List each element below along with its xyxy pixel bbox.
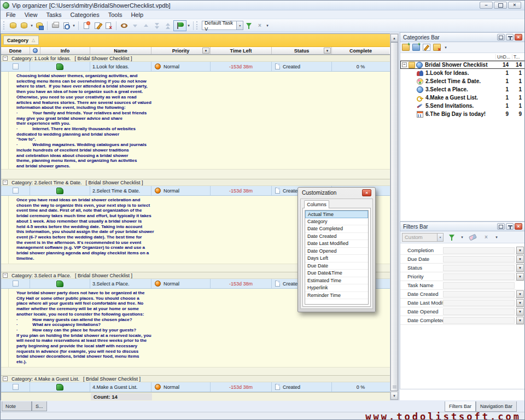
panel-close-button[interactable] — [515, 223, 522, 230]
menu-tools[interactable]: Tools — [104, 11, 127, 18]
new-category-button[interactable] — [402, 44, 410, 51]
panel-pin-button[interactable] — [506, 223, 514, 230]
tab-s[interactable]: S... — [32, 401, 47, 411]
collapse-icon[interactable] — [3, 56, 8, 61]
delete-category-button[interactable] — [433, 44, 441, 51]
scroll-thumb[interactable] — [390, 42, 398, 391]
list-item[interactable]: Reminder Time — [305, 292, 368, 300]
tree-root-checklist[interactable]: Bridal Shower Checklist 14 14 — [400, 61, 525, 69]
tree-item-category[interactable]: 4.Make a Guest List. 1 1 — [400, 94, 525, 102]
tree-item-category[interactable]: 5.Send Invitations. 1 1 — [400, 102, 525, 110]
chevron-down-icon[interactable]: ▾ — [30, 24, 34, 28]
list-item[interactable]: Category — [305, 218, 368, 226]
filter-dropdown-button[interactable]: ▼ — [516, 308, 524, 316]
list-item[interactable]: Due Date&Time — [305, 270, 368, 277]
column-header-time-left[interactable]: Time Left — [211, 47, 272, 54]
panel-pin-button[interactable] — [506, 34, 514, 40]
filter-dropdown-button[interactable]: ▼ — [516, 290, 524, 298]
panel-close-button[interactable] — [515, 34, 522, 40]
move-down-button[interactable] — [130, 20, 141, 31]
column-header-complete[interactable]: Complete — [332, 47, 389, 54]
close-button[interactable] — [508, 2, 521, 9]
print-button[interactable] — [50, 20, 61, 31]
filter-dropdown-button[interactable]: ▼ — [516, 299, 524, 307]
clear-view-button[interactable]: × — [254, 20, 265, 31]
done-checkbox[interactable] — [13, 188, 19, 194]
collapse-icon[interactable] — [3, 180, 8, 185]
filter-value-field[interactable] — [443, 317, 515, 324]
category-header-row[interactable]: Category: 1.Look for Ideas. [ Bridal Sho… — [1, 55, 390, 62]
list-item[interactable]: Date Created — [305, 233, 368, 241]
column-undone[interactable]: UnD... — [495, 54, 512, 60]
apply-view-button[interactable] — [243, 20, 254, 31]
recent-databases-button[interactable] — [19, 20, 30, 31]
tab-columns[interactable]: Columns — [304, 200, 329, 208]
chevron-down-icon[interactable]: ▾ — [437, 234, 443, 241]
list-item[interactable]: Actual Time — [305, 211, 368, 218]
chevron-down-icon[interactable]: ▾ — [265, 24, 270, 28]
move-top-button[interactable] — [162, 20, 173, 31]
list-item[interactable]: Due Date — [305, 262, 368, 270]
tab-navigation-bar[interactable]: Navigation Bar — [476, 401, 517, 412]
list-item[interactable]: Estimated Time — [305, 277, 368, 285]
column-header-status[interactable]: Status▼ — [272, 47, 332, 54]
edit-category-button[interactable] — [423, 44, 430, 51]
done-checkbox[interactable] — [13, 63, 19, 69]
filter-dropdown-button[interactable]: ▼ — [516, 317, 524, 324]
apply-filter-button[interactable] — [446, 232, 457, 243]
tree-item-category[interactable]: 1.Look for Ideas. 1 1 — [400, 69, 525, 77]
filter-dropdown-button[interactable]: ▼ — [516, 264, 524, 272]
complete-task-button[interactable] — [119, 20, 130, 31]
task-view-combo[interactable]: Default Task V ▾ — [202, 21, 243, 30]
tab-note[interactable]: Note — [2, 401, 32, 411]
clear-filter-button[interactable] — [467, 232, 478, 243]
filter-value-field[interactable] — [443, 265, 515, 271]
menu-file[interactable]: File — [2, 11, 20, 18]
menu-categories[interactable]: Categories — [66, 11, 104, 18]
filter-preset-combo[interactable]: Custom ▾ — [402, 233, 444, 242]
column-header-priority-icon[interactable] — [30, 47, 40, 54]
new-task-button[interactable] — [81, 20, 92, 31]
filter-value-field[interactable] — [443, 273, 515, 280]
tab-filters-bar[interactable]: Filters Bar — [445, 401, 476, 412]
list-item[interactable]: Hyperlink — [305, 284, 368, 292]
priority-filter-button[interactable]: ▼ — [202, 48, 209, 54]
collapse-icon[interactable] — [402, 62, 407, 67]
status-filter-button[interactable]: ▼ — [324, 48, 331, 54]
flag-task-button[interactable] — [173, 20, 186, 31]
column-header-priority[interactable]: Priority▼ — [151, 47, 211, 54]
column-header-name[interactable]: Name — [90, 47, 151, 54]
grid-vertical-scrollbar[interactable]: ▲ ▼ — [390, 33, 399, 400]
done-checkbox[interactable] — [13, 384, 19, 390]
menu-tasks[interactable]: Tasks — [42, 11, 66, 18]
list-item[interactable]: Date Last Modified — [305, 240, 368, 248]
list-item[interactable]: Date Completed — [305, 225, 368, 233]
filter-dropdown-button[interactable]: ▼ — [516, 273, 524, 281]
print-preview-button[interactable] — [61, 20, 72, 31]
maximize-button[interactable] — [494, 2, 507, 9]
column-total[interactable]: T... — [512, 54, 525, 60]
filter-value-field[interactable] — [443, 247, 515, 254]
move-up-button[interactable] — [141, 20, 151, 31]
panel-restore-button[interactable] — [497, 223, 505, 230]
tree-item-category[interactable]: 6.The Big Day is today! 9 9 — [400, 110, 525, 118]
filter-value-field[interactable] — [443, 282, 515, 289]
filter-value-field[interactable] — [443, 256, 515, 262]
filter-value-field[interactable] — [443, 300, 515, 306]
panel-restore-button[interactable] — [497, 34, 505, 40]
filter-value-field[interactable] — [443, 291, 515, 298]
tree-item-category[interactable]: 2.Select Time & Date. 1 1 — [400, 77, 525, 85]
chevron-down-icon[interactable]: ▾ — [444, 45, 448, 50]
done-checkbox[interactable] — [13, 281, 19, 287]
new-subcategory-button[interactable] — [412, 44, 420, 51]
menu-view[interactable]: View — [20, 11, 42, 18]
dialog-title-bar[interactable]: Customization × — [298, 188, 375, 198]
column-header-info[interactable]: Info — [40, 47, 90, 54]
remove-filter-button[interactable]: × — [481, 232, 492, 243]
delete-task-button[interactable] — [103, 20, 114, 31]
chevron-down-icon[interactable]: ▾ — [494, 235, 499, 240]
list-item[interactable]: Days Left — [305, 255, 368, 262]
menu-help[interactable]: Help — [126, 11, 148, 18]
filter-dropdown-button[interactable]: ▼ — [516, 247, 524, 254]
dialog-close-button[interactable]: × — [362, 189, 371, 196]
